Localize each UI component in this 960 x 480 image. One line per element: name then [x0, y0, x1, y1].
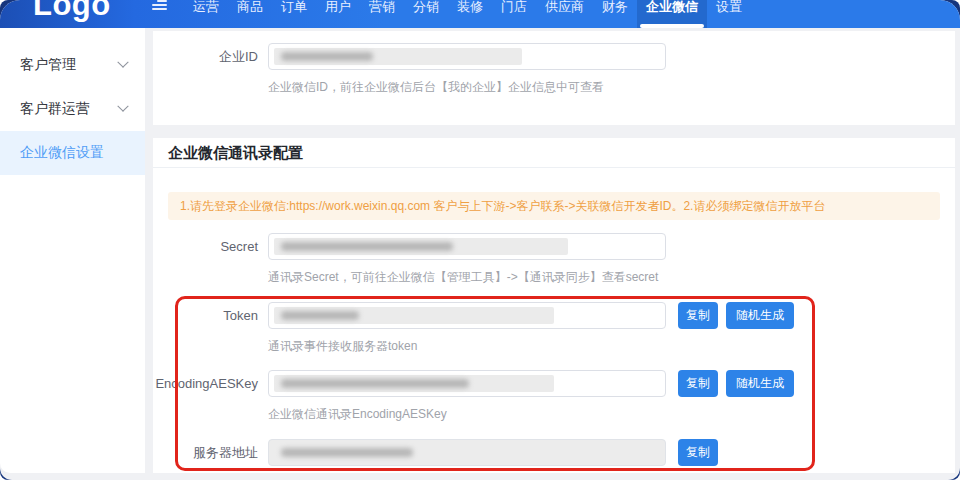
secret-help-text: 通讯录Secret，可前往企业微信【管理工具】->【通讯录同步】查看secret — [268, 269, 955, 286]
nav-item-suppliers[interactable]: 供应商 — [536, 0, 593, 28]
chevron-down-icon — [117, 101, 128, 112]
nav-item-finance[interactable]: 财务 — [593, 0, 637, 28]
token-field: Token 复制 随机生成 通讯录事件接收服务器token — [153, 302, 955, 355]
sidebar-item-label: 客户群运营 — [20, 100, 90, 118]
nav-item-operations[interactable]: 运营 — [184, 0, 228, 28]
nav-item-decoration[interactable]: 装修 — [448, 0, 492, 28]
sidebar-item-label: 企业微信设置 — [20, 144, 104, 162]
corp-id-card: 企业ID 企业微信ID，前往企业微信后台【我的企业】企业信息中可查看 — [153, 31, 955, 125]
token-input[interactable] — [268, 302, 666, 329]
nav-item-distribution[interactable]: 分销 — [404, 0, 448, 28]
top-menu: 运营 商品 订单 用户 营销 分销 装修 门店 供应商 财务 企业微信 设置 — [184, 0, 751, 28]
corp-id-help-text: 企业微信ID，前往企业微信后台【我的企业】企业信息中可查看 — [268, 79, 955, 96]
server-url-label: 服务器地址 — [153, 444, 258, 462]
nav-item-marketing[interactable]: 营销 — [360, 0, 404, 28]
redacted-value — [274, 375, 554, 392]
token-copy-button[interactable]: 复制 — [678, 302, 718, 329]
top-navbar: Logo 运营 商品 订单 用户 营销 分销 装修 门店 供应商 财务 企业微信… — [0, 0, 960, 28]
nav-item-users[interactable]: 用户 — [316, 0, 360, 28]
redacted-value — [274, 48, 522, 65]
aeskey-field: EncodingAESKey 复制 随机生成 企业微信通讯录EncodingAE… — [153, 370, 955, 423]
nav-item-settings[interactable]: 设置 — [707, 0, 751, 28]
sidebar-item-customer-group-ops[interactable]: 客户群运营 — [0, 87, 145, 131]
card-divider — [153, 125, 955, 138]
collapse-menu-icon[interactable] — [152, 0, 167, 12]
corp-id-label: 企业ID — [153, 48, 258, 66]
sidebar-item-label: 客户管理 — [20, 56, 76, 74]
nav-item-orders[interactable]: 订单 — [272, 0, 316, 28]
aeskey-input[interactable] — [268, 370, 666, 397]
chevron-down-icon — [117, 57, 128, 68]
app-window: Logo 运营 商品 订单 用户 营销 分销 装修 门店 供应商 财务 企业微信… — [0, 0, 960, 480]
redacted-value — [274, 444, 420, 461]
sidebar: 客户管理 客户群运营 企业微信设置 — [0, 28, 145, 473]
main-content: 企业ID 企业微信ID，前往企业微信后台【我的企业】企业信息中可查看 企业微信通… — [153, 28, 955, 473]
server-url-field: 服务器地址 复制 — [153, 439, 955, 466]
token-generate-button[interactable]: 随机生成 — [726, 302, 794, 329]
nav-item-stores[interactable]: 门店 — [492, 0, 536, 28]
server-url-input — [268, 439, 666, 466]
aeskey-copy-button[interactable]: 复制 — [678, 370, 718, 397]
aeskey-label: EncodingAESKey — [153, 376, 258, 391]
logo[interactable]: Logo — [33, 0, 111, 23]
corp-id-input[interactable] — [268, 43, 666, 70]
sidebar-item-customer-management[interactable]: 客户管理 — [0, 43, 145, 87]
aeskey-generate-button[interactable]: 随机生成 — [726, 370, 794, 397]
server-url-copy-button[interactable]: 复制 — [678, 439, 718, 466]
nav-item-goods[interactable]: 商品 — [228, 0, 272, 28]
redacted-value — [274, 307, 554, 324]
redacted-value — [274, 238, 568, 255]
secret-field: Secret 通讯录Secret，可前往企业微信【管理工具】->【通讯录同步】查… — [153, 233, 955, 286]
warning-banner: 1.请先登录企业微信:https://work.weixin.qq.com 客户… — [168, 192, 940, 220]
sidebar-item-wecom-settings[interactable]: 企业微信设置 — [0, 131, 145, 175]
contacts-config-card: 企业微信通讯录配置 1.请先登录企业微信:https://work.weixin… — [153, 138, 955, 473]
section-title: 企业微信通讯录配置 — [153, 138, 955, 168]
token-help-text: 通讯录事件接收服务器token — [268, 338, 955, 355]
secret-input[interactable] — [268, 233, 666, 260]
nav-item-wecom[interactable]: 企业微信 — [637, 0, 707, 28]
admin-page: Logo 运营 商品 订单 用户 营销 分销 装修 门店 供应商 财务 企业微信… — [0, 0, 960, 480]
token-label: Token — [153, 308, 258, 323]
secret-label: Secret — [153, 239, 258, 254]
aeskey-help-text: 企业微信通讯录EncodingAESKey — [268, 406, 955, 423]
